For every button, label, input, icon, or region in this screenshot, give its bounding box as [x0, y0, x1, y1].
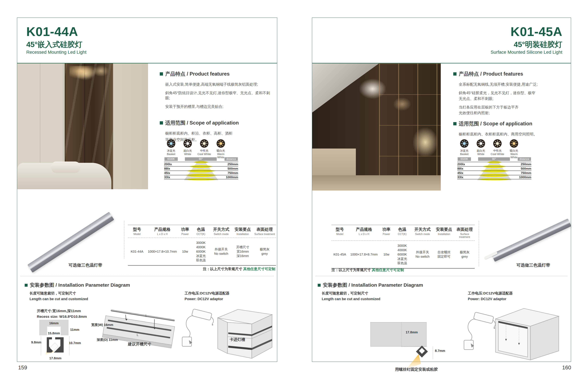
distance-value: 1000mm	[519, 175, 531, 179]
cut-note-en: Length can be cut and customized	[322, 297, 380, 301]
light-color-warm-white: 暖白光 Warm White	[214, 139, 228, 159]
icon-label-en: White	[181, 153, 195, 156]
light-color-ice-blue: 冰蓝光 Basket	[457, 139, 471, 159]
icon-label-en: Cool White	[490, 153, 504, 156]
spec-table: 型号Model 产品规格L x D x H 功率Power 色温CCT(K) 开…	[332, 225, 475, 269]
dim-10-7mm: 10.7mm	[69, 341, 81, 345]
icon-label-cn: 超白光	[474, 149, 488, 153]
shelf-board	[370, 322, 426, 346]
scope-heading: 适用范围 / Scope of application	[453, 120, 560, 127]
features-section: 产品特点 / Product features 全系标配无氧铜线,无须开槽,安装…	[453, 71, 560, 140]
light-color-cool-white: 中性光 Cool White	[197, 139, 211, 159]
col-cn: 表面处理	[455, 227, 475, 232]
photometry-block: 冰蓝光 Basket 超白光 Whi	[164, 139, 238, 181]
power-adaptor-diagram	[180, 306, 217, 349]
col-cn: 功率	[179, 227, 191, 232]
suggested-groove-label: 建议开槽尺寸	[128, 342, 151, 347]
photo-decor	[312, 63, 379, 117]
cut-note-en: Length can be cut and customized	[30, 297, 88, 301]
cct-option: 双色温	[393, 261, 412, 266]
photometry-row: 200lx 250mm	[457, 162, 531, 166]
col-cn: 型号	[332, 227, 348, 232]
guide-line	[433, 346, 433, 359]
icon-label-en: Basket	[457, 153, 471, 156]
cct-option: 4000K	[191, 245, 210, 249]
dim-16mm: 16mm	[42, 321, 65, 325]
cct-option: 冰蓝光	[393, 257, 412, 261]
switch-line: 外接开关	[412, 250, 433, 254]
dim-9-8mm: 9.8mm	[31, 341, 42, 344]
col-en: CCT(K)	[191, 233, 210, 236]
sun-icon	[493, 139, 502, 148]
lux-value: 200lx	[164, 162, 172, 166]
profile-caption: 可选做三色温灯带	[516, 262, 550, 268]
light-color-cool-white: 中性光 Cool White	[490, 139, 504, 159]
section-bullet	[25, 284, 28, 287]
feature-line: 安装于预开的槽里,与槽边完美贴合;	[165, 104, 273, 109]
light-color-white: 超白光 White	[474, 139, 488, 159]
catalog-spread: K01-44A 45°嵌入式硅胶灯 Recessed Mounting Led …	[0, 0, 588, 383]
col-en: Switch mode	[210, 233, 232, 236]
cct-option: 4000K	[393, 248, 412, 252]
surface-line: 极简灰	[455, 250, 475, 254]
icon-label-cn: 暖白光	[214, 149, 228, 153]
scope-heading-text: 适用范围 / Scope of application	[459, 120, 532, 127]
page-left: K01-44A 45°嵌入式硅胶灯 Recessed Mounting Led …	[17, 18, 277, 362]
dim-11mm: 11mm	[70, 328, 79, 332]
install-line: 自攻螺丝	[433, 250, 455, 254]
spec-table-header: 型号Model 产品规格L x D x H 功率Power 色温CCT(K) 开…	[332, 225, 475, 241]
vertical-divider	[479, 221, 479, 266]
spec-table: 型号Model 产品规格L x D x H 功率Power 色温CCT(K) 开…	[128, 225, 276, 266]
icon-label-en: Basket	[164, 153, 178, 156]
light-color-icons: 冰蓝光 Basket 超白光 Whi	[457, 139, 521, 159]
col-power: 功率Power	[179, 227, 191, 236]
switch-line: No switch	[412, 254, 433, 259]
col-cn: 安装要点	[433, 227, 455, 232]
feature-line: 无光点、柔和不刺眼;	[459, 96, 560, 101]
recess-size-cn: 开槽尺寸:宽16mm,深11mm	[37, 308, 81, 313]
icon-label-cn: 暖白光	[507, 149, 521, 153]
features-section: 产品特点 / Product features 嵌入式安装,简单便捷,高端无氧铜…	[160, 71, 273, 146]
profile-image	[483, 218, 567, 267]
light-color-icons: 冰蓝光 Basket 超白光 Whi	[164, 139, 228, 159]
col-en: Surface treatment	[253, 233, 276, 236]
col-install: 安装要点Installation	[232, 227, 253, 236]
page-subtitle-en: Surface Mounted Silicone Led Light	[491, 50, 562, 55]
col-cn: 色温	[191, 227, 210, 232]
section-divider	[21, 276, 274, 276]
dim-17-8mm: 17.8mm	[43, 356, 67, 360]
col-cn: 开关方式	[412, 227, 433, 232]
cut-note-cn: 长度可随意裁切，可定制尺寸	[322, 291, 368, 296]
sun-icon	[477, 139, 485, 148]
note-prefix: 注：以上尺寸为常规尺寸	[332, 268, 372, 272]
light-color-white: 超白光 White	[181, 139, 195, 159]
col-en: Installation	[232, 233, 253, 236]
page-title: K01-44A	[26, 24, 78, 39]
groove-board-diagram	[98, 310, 180, 360]
photo-decor	[312, 149, 356, 176]
cell-size: 1000×17.8×10.7mm	[146, 249, 179, 254]
lux-value: 45lx	[164, 171, 170, 175]
col-switch: 开关方式Switch mode	[412, 227, 433, 239]
col-en: CCT(K)	[393, 233, 412, 236]
install-line: 宽16mm	[232, 249, 253, 254]
photometry-row: 33lx 1000mm	[457, 175, 531, 179]
feature-line: 当灯条应用在层板的下方于板边平齐	[459, 105, 560, 110]
power-note-en: Power: DC12V adaptor	[185, 297, 223, 301]
power-note-cn: 工作电压:DC12V电源适配器	[468, 291, 513, 296]
page-title: K01-45A	[511, 24, 562, 39]
cell-install: 自攻螺丝 固定即可	[433, 250, 455, 259]
section-bullet	[453, 122, 457, 125]
cabinet-slot-label: 卡进灯槽	[230, 337, 245, 342]
light-color-warm-white: 暖白光 Warm White	[507, 139, 521, 159]
feature-line: 光效便往柜内照射;	[459, 110, 560, 115]
features-heading: 产品特点 / Product features	[453, 71, 560, 77]
screw-mount-label: 用螺丝钉固定安装或粘胶	[382, 367, 450, 372]
scope-line: 橱柜柜底柜内、衣柜柜底柜内、商用空间照明。	[459, 132, 560, 137]
spec-table-header: 型号Model 产品规格L x D x H 功率Power 色温CCT(K) 开…	[128, 225, 276, 238]
product-photo	[312, 63, 441, 191]
cell-surface: 极简灰 grey	[253, 247, 276, 256]
guide-line	[401, 346, 427, 347]
cct-option: 6000K	[393, 252, 412, 257]
lux-value: 88lx	[164, 167, 170, 171]
